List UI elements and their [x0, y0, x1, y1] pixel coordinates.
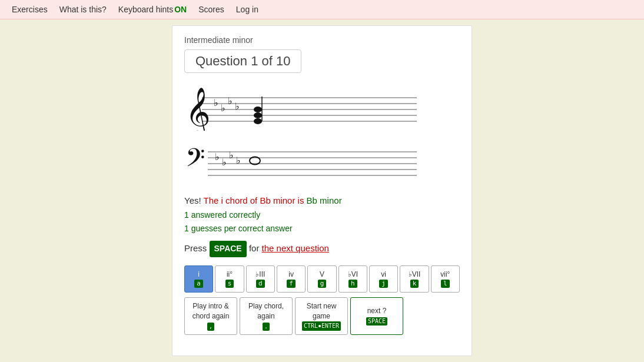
keyboard-hints-label: Keyboard hints: [118, 5, 173, 14]
chord-numeral-g: V: [320, 270, 324, 278]
svg-text:♭: ♭: [215, 152, 220, 162]
next-label: next ?: [357, 306, 397, 316]
press-space-prompt: Press SPACE for the next question: [184, 241, 460, 257]
chord-button-f[interactable]: iv f: [277, 265, 306, 293]
answer-chord-name: Bb minor: [307, 195, 342, 205]
play-intro-button[interactable]: Play intro &chord again ,: [184, 297, 237, 336]
play-chord-label: Play chord,again: [246, 301, 286, 321]
chord-key-d: d: [256, 280, 265, 287]
svg-text:♭: ♭: [229, 150, 234, 160]
enter-label: ENTER: [321, 322, 339, 330]
chord-button-a[interactable]: i a: [184, 265, 213, 293]
answer-section: Yes! The i chord of Bb minor is Bb minor…: [184, 193, 460, 257]
start-new-label: Start newgame: [301, 301, 341, 321]
keyboard-hints-toggle[interactable]: Keyboard hints ON: [118, 5, 187, 14]
press-for-label: for: [249, 243, 260, 253]
chord-key-l: l: [441, 280, 450, 287]
svg-text:♭: ♭: [222, 157, 227, 167]
play-intro-label: Play intro &chord again: [191, 301, 231, 321]
svg-text:♭: ♭: [235, 101, 240, 111]
chord-numeral-l: vii°: [440, 270, 450, 278]
space-key-badge: SPACE: [210, 241, 247, 257]
svg-point-11: [254, 112, 262, 118]
quiz-subtitle: Intermediate minor: [184, 35, 460, 45]
chord-numeral-a: i: [198, 270, 200, 278]
svg-text:♭: ♭: [236, 155, 241, 165]
nav-what-is-this[interactable]: What is this?: [59, 5, 107, 14]
svg-point-25: [252, 159, 258, 162]
action-buttons-row: Play intro &chord again , Play chord,aga…: [184, 297, 460, 336]
chord-numeral-d: ♭III: [255, 270, 265, 278]
next-key: SPACE: [366, 317, 387, 326]
chord-key-j: j: [379, 280, 388, 287]
chord-numeral-f: iv: [288, 270, 294, 278]
start-new-game-button[interactable]: Start newgame CTRL ENTER: [295, 297, 348, 336]
answer-stats: 1 answered correctly 1 guesses per corre…: [184, 208, 460, 237]
stat-answered: 1 answered correctly: [184, 208, 460, 222]
chord-key-s: s: [225, 280, 234, 287]
svg-text:𝄢: 𝄢: [185, 144, 205, 178]
nav-login[interactable]: Log in: [236, 5, 258, 14]
chord-button-h[interactable]: ♭VI h: [338, 265, 367, 293]
chord-key-h: h: [348, 280, 357, 287]
next-button[interactable]: next ? SPACE: [350, 297, 403, 336]
nav-exercises[interactable]: Exercises: [12, 5, 48, 14]
top-navigation: Exercises What is this? Keyboard hints O…: [0, 0, 644, 19]
chord-button-d[interactable]: ♭III d: [246, 265, 275, 293]
chord-numeral-s: ii°: [227, 270, 233, 278]
bass-staff: 𝄢 ♭ ♭ ♭ ♭: [184, 139, 460, 187]
chord-key-f: f: [287, 280, 296, 287]
chord-key-k: k: [410, 280, 419, 287]
quiz-panel: Intermediate minor Question 1 of 10 𝄞 ♭ …: [172, 25, 472, 356]
chord-button-j[interactable]: vi j: [369, 265, 398, 293]
answer-the-i: The i chord of Bb minor is: [201, 195, 307, 205]
key-dot: [318, 325, 321, 327]
press-label: Press: [184, 243, 207, 253]
chord-numeral-k: ♭VII: [409, 270, 421, 278]
question-counter: Question 1 of 10: [184, 49, 301, 73]
chord-button-l[interactable]: vii° l: [431, 265, 460, 293]
nav-scores[interactable]: Scores: [198, 5, 224, 14]
chord-key-a: a: [194, 280, 203, 287]
chord-key-g: g: [318, 280, 327, 287]
chord-numeral-j: vi: [381, 270, 386, 278]
start-new-key-combo: CTRL ENTER: [302, 321, 341, 331]
bass-staff-svg: 𝄢 ♭ ♭ ♭ ♭: [184, 139, 420, 185]
svg-text:♭: ♭: [214, 98, 218, 108]
answer-yes: Yes!: [184, 195, 201, 205]
keyboard-hints-status: ON: [174, 5, 187, 14]
ctrl-label: CTRL: [304, 322, 318, 330]
treble-staff-svg: 𝄞 ♭ ♭ ♭ ♭: [184, 85, 420, 131]
svg-text:♭: ♭: [228, 96, 233, 106]
play-chord-button[interactable]: Play chord,again .: [240, 297, 293, 336]
svg-text:𝄞: 𝄞: [185, 88, 211, 131]
chord-button-s[interactable]: ii° s: [215, 265, 244, 293]
next-question-link[interactable]: the next question: [262, 243, 329, 253]
stat-guesses: 1 guesses per correct answer: [184, 222, 460, 236]
chord-button-k[interactable]: ♭VII k: [400, 265, 429, 293]
chord-button-g[interactable]: V g: [307, 265, 336, 293]
svg-point-12: [254, 118, 262, 124]
main-content: Intermediate minor Question 1 of 10 𝄞 ♭ …: [0, 19, 644, 362]
play-chord-key: .: [263, 323, 270, 331]
chord-numeral-h: ♭VI: [348, 270, 358, 278]
answer-correct-text: Yes! The i chord of Bb minor is Bb minor: [184, 193, 460, 208]
svg-point-10: [254, 107, 262, 112]
treble-staff: 𝄞 ♭ ♭ ♭ ♭: [184, 85, 460, 133]
svg-text:♭: ♭: [221, 103, 225, 113]
chord-buttons-row: i a ii° s ♭III d iv f V g ♭VI h vi j ♭VI…: [184, 265, 460, 293]
play-intro-key: ,: [207, 323, 214, 331]
